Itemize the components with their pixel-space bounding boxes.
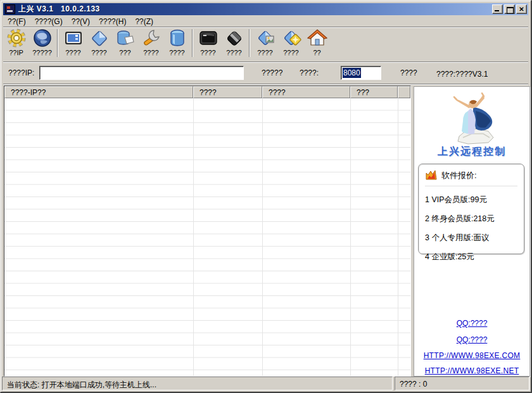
- black-diamond-icon: [224, 28, 244, 48]
- window-title: 上兴 V3.1 10.0.2.133: [18, 4, 100, 15]
- status-bar: 当前状态: 打开本地端口成功,等待主机上线... ???? : 0: [2, 377, 529, 390]
- ip-label: ????IP:: [8, 68, 34, 77]
- qq-link-2[interactable]: QQ:????: [457, 335, 488, 344]
- menu-file[interactable]: ??(F): [3, 16, 30, 27]
- toolbar-button-10[interactable]: ????: [252, 28, 278, 61]
- listen-button[interactable]: ????: [400, 68, 417, 77]
- database-icon: [167, 28, 187, 48]
- menu-bar: ??(F) ????(G) ??(V) ????(H) ??(Z): [3, 16, 528, 27]
- host-list-body[interactable]: [4, 98, 410, 376]
- column-header-3[interactable]: ????: [262, 86, 350, 98]
- toolbar-button-9[interactable]: ????: [221, 28, 247, 61]
- app-icon: [5, 4, 15, 14]
- menu-functions[interactable]: ????(G): [30, 16, 67, 27]
- port-input[interactable]: 8080: [341, 66, 381, 80]
- toolbar-button-12[interactable]: ??: [304, 28, 330, 61]
- gear-icon: [6, 28, 27, 48]
- toolbar-button-2[interactable]: ?????: [29, 28, 55, 61]
- diamond-star-icon: [281, 28, 301, 48]
- toolbar-button-1[interactable]: ??IP: [3, 28, 29, 61]
- status-message: 当前状态: 打开本地端口成功,等待主机上线...: [2, 377, 393, 390]
- price-item: 2 终身会员版:218元: [425, 214, 524, 224]
- grid-line: [262, 98, 263, 376]
- title-bar[interactable]: 上兴 V3.1 10.0.2.133: [3, 3, 528, 15]
- column-header-5[interactable]: [398, 86, 410, 98]
- home-icon: [307, 28, 327, 48]
- toolbar-button-8[interactable]: ????: [195, 28, 221, 61]
- globe-icon: [32, 28, 53, 48]
- column-header-4[interactable]: ???: [350, 86, 398, 98]
- minimize-button[interactable]: [492, 4, 503, 14]
- add-host-button[interactable]: ?????: [262, 68, 282, 77]
- brand-text: 上兴远程控制: [414, 145, 529, 158]
- divider: [3, 84, 528, 85]
- price-box-title: 软件报价:: [441, 170, 477, 181]
- ip-input[interactable]: [39, 66, 244, 80]
- diamond-picture-icon: [255, 28, 276, 48]
- price-item: 4 企业版:25元: [425, 252, 524, 262]
- website-link-net[interactable]: HTTP://WWW.98EXE.NET: [425, 366, 519, 375]
- toolbar-separator: [192, 29, 193, 57]
- toolbar-button-4[interactable]: ????: [86, 28, 112, 61]
- host-list: ????-IP?? ???? ???? ???: [4, 86, 411, 377]
- grid-line: [398, 98, 398, 376]
- mascot-image: [414, 92, 529, 147]
- column-header-2[interactable]: ????: [193, 86, 262, 98]
- host-count: ???? : 0: [395, 377, 529, 390]
- column-header-host-ip[interactable]: ????-IP??: [4, 86, 193, 98]
- toolbar-button-6[interactable]: ????: [138, 28, 164, 61]
- database-page-icon: [115, 28, 136, 48]
- price-item: 1 VIP会员版:99元: [425, 195, 524, 205]
- price-item: 3 个人专用版:面议: [425, 233, 524, 243]
- host-list-header: ????-IP?? ???? ???? ???: [4, 86, 410, 98]
- price-icon: [425, 169, 438, 182]
- menu-help[interactable]: ????(H): [94, 16, 130, 27]
- toolbar-button-3[interactable]: ????: [60, 28, 86, 61]
- app-window: 上兴 V3.1 10.0.2.133 ??(F) ????(G) ??(V) ?…: [0, 0, 532, 393]
- diamond-icon: [89, 28, 110, 48]
- toolbar: ??IP ????? ????: [3, 28, 528, 61]
- toolbar-separator: [57, 29, 58, 57]
- toolbar-button-5[interactable]: ???: [112, 28, 138, 61]
- terminal-icon: [198, 28, 218, 48]
- connection-bar: ????IP: ????? ????: 8080 ???? ????:????V…: [3, 63, 528, 84]
- monitor-icon: [63, 28, 84, 48]
- website-link-com[interactable]: HTTP://WWW.98EXE.COM: [424, 351, 521, 360]
- version-text: ????:????V3.1: [436, 70, 488, 79]
- menu-view[interactable]: ??(V): [67, 16, 94, 27]
- selected-text: 8080: [343, 68, 361, 78]
- toolbar-separator: [249, 29, 250, 57]
- grid-line: [193, 98, 194, 376]
- toolbar-button-11[interactable]: ????: [278, 28, 304, 61]
- close-button[interactable]: [516, 4, 527, 14]
- maximize-button[interactable]: [504, 4, 515, 14]
- grid-line: [350, 98, 351, 376]
- links: QQ:???? QQ:???? HTTP://WWW.98EXE.COM HTT…: [414, 316, 529, 375]
- side-panel: 上兴远程控制 软件报价: 1 VIP会员版:99元 2 终身会员版:218元 3…: [414, 86, 530, 377]
- toolbar-button-7[interactable]: ????: [164, 28, 190, 61]
- price-box: 软件报价: 1 VIP会员版:99元 2 终身会员版:218元 3 个人专用版:…: [418, 164, 524, 254]
- wrench-icon: [141, 28, 162, 48]
- qq-link-1[interactable]: QQ:????: [457, 319, 488, 328]
- menu-about[interactable]: ??(Z): [130, 16, 158, 27]
- port-label: ????:: [300, 68, 319, 77]
